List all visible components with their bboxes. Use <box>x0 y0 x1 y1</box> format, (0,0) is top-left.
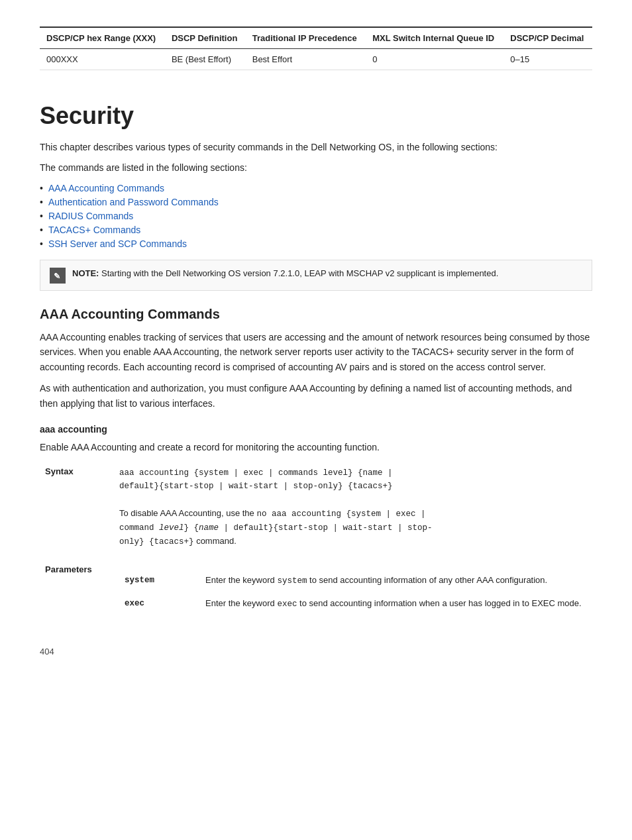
parameters-label: Parameters <box>41 562 114 619</box>
param-exec-suffix: to send accounting information when a us… <box>297 598 581 608</box>
table-row: 000XXX BE (Best Effort) Best Effort 0 0–… <box>40 49 592 70</box>
command-description: Enable AAA Accounting and create a recor… <box>40 440 592 454</box>
intro-text-2: The commands are listed in the following… <box>40 161 592 175</box>
cell-hex-range: 000XXX <box>40 49 165 70</box>
note-prefix: NOTE: <box>72 268 99 278</box>
parameters-table: Parameters system Enter the keyword syst… <box>40 560 592 620</box>
list-item: RADIUS Commands <box>40 211 592 221</box>
syntax-line-1: aaa accounting {system | exec | commands… <box>119 466 587 480</box>
col-header-dscp-hex: DSCP/CP hex Range (XXX) <box>40 27 165 49</box>
toc-link-ssh[interactable]: SSH Server and SCP Commands <box>48 238 187 249</box>
syntax-cmd-suffix: command. <box>194 536 237 546</box>
note-text: NOTE: Starting with the Dell Networking … <box>72 267 498 280</box>
param-system-suffix: to send accounting information of any ot… <box>307 575 547 585</box>
page-number: 404 <box>40 647 592 656</box>
list-item: TACACS+ Commands <box>40 225 592 235</box>
cell-trad-prec: Best Effort <box>246 49 366 70</box>
param-row-system: system Enter the keyword system to send … <box>121 570 586 592</box>
cell-queue-id: 0 <box>366 49 503 70</box>
cell-decimal: 0–15 <box>503 49 592 70</box>
note-icon: ✎ <box>50 268 66 284</box>
param-desc-exec: Enter the keyword exec to send accountin… <box>201 593 586 615</box>
col-header-mxl: MXL Switch Internal Queue ID <box>366 27 503 49</box>
param-row-exec: exec Enter the keyword exec to send acco… <box>121 593 586 615</box>
syntax-row: Syntax aaa accounting {system | exec | c… <box>41 464 591 551</box>
intro-text-1: This chapter describes various types of … <box>40 140 592 154</box>
param-inner-table: system Enter the keyword system to send … <box>119 568 587 616</box>
toc-link-tacacs[interactable]: TACACS+ Commands <box>48 225 140 235</box>
param-desc-system: Enter the keyword system to send account… <box>201 570 586 592</box>
toc-link-radius[interactable]: RADIUS Commands <box>48 211 133 221</box>
parameters-row: Parameters system Enter the keyword syst… <box>41 562 591 619</box>
aaa-section-heading: AAA Accounting Commands <box>40 307 592 322</box>
syntax-line-2: default}{start-stop | wait-start | stop-… <box>119 480 587 493</box>
col-header-trad-ip: Traditional IP Precedence <box>246 27 366 49</box>
col-header-decimal: DSCP/CP Decimal <box>503 27 592 49</box>
dscp-table: DSCP/CP hex Range (XXX) DSCP Definition … <box>40 26 592 70</box>
list-item: SSH Server and SCP Commands <box>40 238 592 249</box>
param-name-exec: exec <box>121 593 200 615</box>
cell-dscp-def: BE (Best Effort) <box>165 49 246 70</box>
svg-text:✎: ✎ <box>54 272 60 281</box>
param-name-system: system <box>121 570 200 592</box>
param-exec-code: exec <box>277 600 297 609</box>
list-item: AAA Accounting Commands <box>40 183 592 193</box>
aaa-body-2: As with authentication and authorization… <box>40 381 592 411</box>
param-system-code: system <box>277 576 307 586</box>
syntax-no-cmd-2: command level} {name | default}{start-st… <box>119 523 433 533</box>
aaa-body-1: AAA Accounting enables tracking of servi… <box>40 330 592 374</box>
syntax-table: Syntax aaa accounting {system | exec | c… <box>40 462 592 552</box>
syntax-content: aaa accounting {system | exec | commands… <box>115 464 591 551</box>
syntax-no-cmd: no aaa accounting {system | exec | <box>256 509 425 519</box>
list-item: Authentication and Password Commands <box>40 197 592 207</box>
command-name-heading: aaa accounting <box>40 424 592 435</box>
note-box: ✎ NOTE: Starting with the Dell Networkin… <box>40 260 592 291</box>
note-body: Starting with the Dell Networking OS ver… <box>99 268 498 278</box>
col-header-dscp-def: DSCP Definition <box>165 27 246 49</box>
security-heading: Security <box>40 102 592 130</box>
parameters-content: system Enter the keyword system to send … <box>115 562 591 619</box>
param-system-prefix: Enter the keyword <box>205 575 277 585</box>
syntax-disable-prefix: To disable AAA Accounting, use the <box>119 508 256 518</box>
toc-link-aaa[interactable]: AAA Accounting Commands <box>48 183 164 193</box>
syntax-label: Syntax <box>41 464 114 551</box>
toc-list: AAA Accounting Commands Authentication a… <box>40 183 592 249</box>
syntax-no-cmd-3: only} {tacacs+} <box>119 537 194 547</box>
param-exec-prefix: Enter the keyword <box>205 598 277 608</box>
toc-link-auth[interactable]: Authentication and Password Commands <box>48 197 219 207</box>
